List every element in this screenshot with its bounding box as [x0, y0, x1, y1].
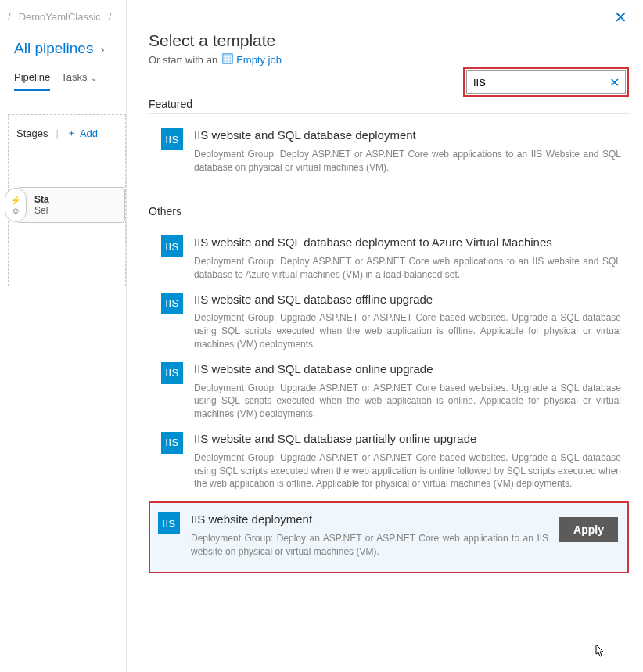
template-title: IIS website deployment — [191, 512, 548, 527]
search-input-wrapper[interactable]: ✕ — [466, 70, 626, 94]
template-panel: ✕ Select a template Or start with an Emp… — [127, 0, 643, 672]
template-item[interactable]: IIS IIS website and SQL database offline… — [161, 282, 629, 351]
all-pipelines-label: All pipelines — [14, 40, 93, 56]
empty-job-link[interactable]: Empty job — [222, 53, 282, 66]
template-title: IIS website and SQL database deployment — [194, 128, 621, 143]
template-desc: Deployment Group: Upgrade ASP.NET or ASP… — [194, 382, 621, 421]
iis-icon: IIS — [161, 432, 183, 454]
plus-icon: ＋ — [66, 126, 77, 140]
stages-canvas: Stages | ＋ Add ⚡ ☺ Sta Sel — [8, 114, 126, 286]
tab-bar: Pipeline Tasks ⌄ — [0, 66, 126, 91]
iis-icon: IIS — [161, 293, 183, 314]
chevron-down-icon: ⌄ — [89, 74, 98, 82]
clear-search-icon[interactable]: ✕ — [609, 75, 620, 90]
left-sidebar: / DemoYamlClassic / All pipelines › Pipe… — [0, 0, 127, 672]
person-icon: ☺ — [11, 206, 20, 215]
template-title: IIS website and SQL database offline upg… — [194, 293, 621, 307]
tab-tasks-label: Tasks — [61, 71, 87, 83]
template-title: IIS website and SQL database partially o… — [194, 432, 621, 447]
empty-job-icon — [222, 53, 233, 66]
search-input[interactable] — [473, 77, 605, 88]
template-item[interactable]: IIS IIS website and SQL database deploym… — [161, 225, 629, 281]
stage-predeploy-icon[interactable]: ⚡ ☺ — [5, 188, 27, 222]
template-desc: Deployment Group: Deploy an ASP.NET or A… — [191, 532, 548, 559]
tab-tasks[interactable]: Tasks ⌄ — [61, 66, 97, 91]
iis-icon: IIS — [158, 512, 180, 534]
stage-card[interactable]: ⚡ ☺ Sta Sel — [16, 187, 125, 223]
apply-button[interactable]: Apply — [559, 517, 618, 542]
breadcrumb-project: DemoYamlClassic — [19, 11, 101, 23]
breadcrumb-separator: / — [109, 11, 112, 23]
template-title: IIS website and SQL database deployment … — [194, 235, 621, 250]
subtitle-prefix: Or start with an — [149, 54, 217, 66]
iis-icon: IIS — [161, 235, 183, 257]
template-item[interactable]: IIS IIS website and SQL database partial… — [161, 421, 629, 491]
template-desc: Deployment Group: Deploy ASP.NET or ASP.… — [194, 255, 621, 282]
divider: | — [56, 128, 58, 139]
template-item[interactable]: IIS IIS website and SQL database online … — [161, 351, 629, 421]
tab-pipeline[interactable]: Pipeline — [14, 66, 50, 91]
template-desc: Deployment Group: Upgrade ASP.NET or ASP… — [194, 311, 621, 350]
iis-icon: IIS — [161, 362, 183, 384]
section-featured: Featured — [149, 98, 629, 114]
stage-subtitle: Sel — [34, 205, 49, 216]
selected-highlight-box: IIS IIS website deployment Deployment Gr… — [149, 501, 629, 573]
stage-title: Sta — [34, 194, 49, 205]
search-highlight-box: ✕ — [463, 67, 629, 97]
chevron-right-icon: › — [101, 43, 105, 56]
breadcrumb-separator: / — [8, 11, 11, 23]
add-stage-link[interactable]: ＋ Add — [66, 126, 98, 140]
all-pipelines-link[interactable]: All pipelines › — [0, 27, 126, 66]
iis-icon: IIS — [161, 128, 183, 150]
panel-title: Select a template — [149, 31, 629, 50]
template-desc: Deployment Group: Upgrade ASP.NET or ASP… — [194, 451, 621, 491]
template-desc: Deployment Group: Deploy ASP.NET or ASP.… — [194, 148, 621, 174]
template-item-selected[interactable]: IIS IIS website deployment Deployment Gr… — [150, 503, 627, 572]
cursor-icon — [593, 644, 605, 659]
close-panel-icon[interactable]: ✕ — [614, 8, 627, 27]
stages-label: Stages — [16, 128, 48, 139]
template-title: IIS website and SQL database online upgr… — [194, 362, 621, 377]
section-others: Others — [144, 205, 629, 221]
breadcrumb[interactable]: / DemoYamlClassic / — [0, 6, 126, 27]
add-label: Add — [80, 128, 98, 139]
empty-job-label: Empty job — [236, 54, 282, 66]
template-item[interactable]: IIS IIS website and SQL database deploym… — [161, 117, 629, 174]
trigger-icon: ⚡ — [10, 196, 21, 206]
